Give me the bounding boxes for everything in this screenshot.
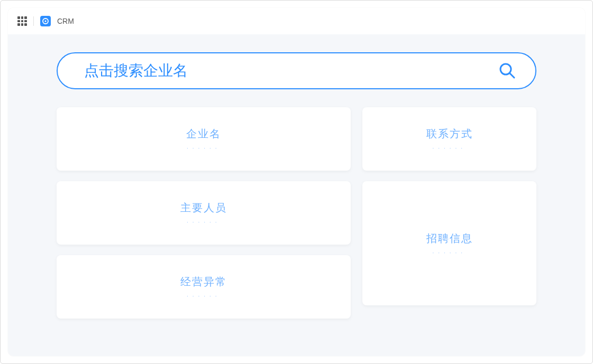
card-dots: ······ [432, 250, 467, 256]
search-placeholder: 点击搜索企业名 [84, 61, 188, 81]
card-key-personnel[interactable]: 主要人员 ······ [57, 181, 351, 245]
app-logo-icon[interactable] [40, 16, 51, 26]
apps-grid-icon[interactable] [17, 16, 27, 26]
divider [33, 16, 34, 26]
card-recruitment-info[interactable]: 招聘信息 ······ [362, 181, 536, 305]
card-title: 企业名 [186, 127, 221, 141]
card-title: 经营异常 [180, 275, 227, 289]
card-dots: ······ [432, 145, 467, 151]
card-business-abnormal[interactable]: 经营异常 ······ [57, 255, 351, 319]
titlebar: CRM [8, 8, 585, 34]
card-company-name[interactable]: 企业名 ······ [57, 107, 351, 171]
card-contact-info[interactable]: 联系方式 ······ [362, 107, 536, 171]
card-title: 招聘信息 [426, 231, 473, 246]
app-window: CRM 点击搜索企业名 企业名 ······ [8, 8, 585, 356]
svg-line-3 [510, 73, 514, 78]
content-area: 点击搜索企业名 企业名 ······ 主要人员 ····· [8, 34, 585, 356]
app-name: CRM [57, 17, 74, 25]
search-bar[interactable]: 点击搜索企业名 [57, 52, 536, 89]
card-dots: ······ [187, 293, 221, 299]
card-title: 联系方式 [426, 127, 473, 141]
search-icon[interactable] [498, 62, 516, 80]
cards-grid: 企业名 ······ 主要人员 ······ 经营异常 ······ 联系方式 [57, 107, 536, 319]
card-dots: ······ [187, 145, 221, 151]
cards-column-left: 企业名 ······ 主要人员 ······ 经营异常 ······ [57, 107, 351, 319]
card-dots: ······ [187, 219, 221, 225]
svg-point-1 [44, 20, 46, 22]
outer-frame: CRM 点击搜索企业名 企业名 ······ [0, 0, 593, 364]
cards-column-right: 联系方式 ······ 招聘信息 ······ [362, 107, 536, 305]
card-title: 主要人员 [180, 201, 227, 215]
